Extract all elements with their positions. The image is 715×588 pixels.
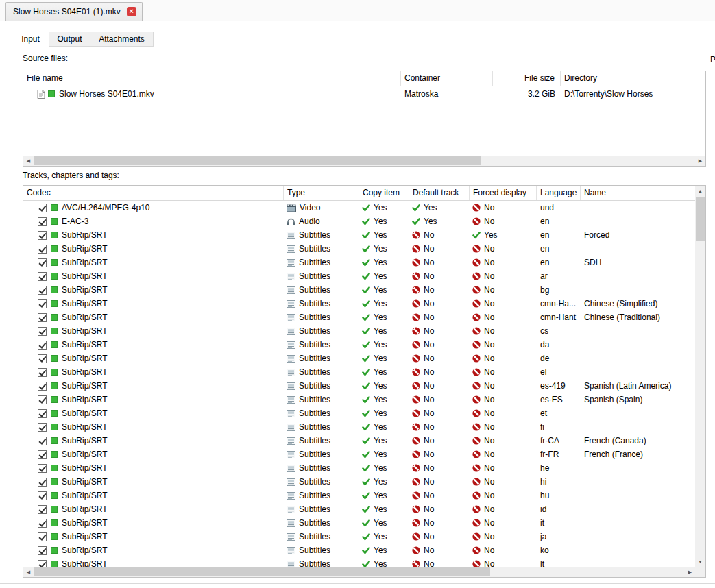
- track-row[interactable]: AVC/H.264/MPEG-4p10VideoYesYesNound: [23, 201, 695, 215]
- column-header-directory[interactable]: Directory: [561, 71, 705, 86]
- track-row[interactable]: SubRip/SRTSubtitlesYesNoNofi: [23, 420, 695, 434]
- track-checkbox[interactable]: [38, 437, 47, 445]
- track-checkbox[interactable]: [38, 464, 47, 473]
- track-row[interactable]: SubRip/SRTSubtitlesYesNoNoes-ESSpanish (…: [23, 393, 695, 406]
- track-checkbox[interactable]: [38, 519, 47, 528]
- tracks-hscroll-thumb[interactable]: [34, 567, 490, 576]
- track-checkbox[interactable]: [38, 204, 47, 212]
- track-checkbox[interactable]: [38, 245, 47, 254]
- track-checkbox[interactable]: [38, 286, 47, 295]
- track-row[interactable]: SubRip/SRTSubtitlesYesNoNoes-419Spanish …: [23, 379, 695, 393]
- track-row[interactable]: E-AC-3AudioYesYesNoen: [23, 215, 695, 228]
- track-row[interactable]: SubRip/SRTSubtitlesYesNoNocmn-Ha...Chine…: [23, 297, 695, 310]
- track-checkbox[interactable]: [38, 409, 47, 418]
- track-default-cell: No: [409, 461, 470, 475]
- track-default-label: No: [424, 285, 434, 295]
- tab-output[interactable]: Output: [49, 32, 90, 47]
- column-header-language[interactable]: Language: [537, 186, 581, 200]
- column-header-name[interactable]: Name: [581, 186, 695, 200]
- track-language-label: el: [540, 367, 546, 377]
- track-type-label: Subtitles: [299, 477, 330, 487]
- track-checkbox[interactable]: [38, 546, 47, 555]
- track-checkbox[interactable]: [38, 395, 47, 404]
- track-row[interactable]: SubRip/SRTSubtitlesYesNoNohi: [23, 475, 695, 489]
- track-checkbox[interactable]: [38, 532, 47, 541]
- track-checkbox[interactable]: [38, 354, 47, 363]
- track-row[interactable]: SubRip/SRTSubtitlesYesNoNoko: [23, 543, 695, 557]
- scroll-down-icon[interactable]: ▼: [695, 556, 705, 567]
- column-header-copy-item[interactable]: Copy item: [359, 186, 409, 200]
- track-checkbox[interactable]: [38, 299, 47, 308]
- track-type-label: Subtitles: [299, 532, 330, 541]
- column-header-default-track[interactable]: Default track: [409, 186, 470, 200]
- track-checkbox[interactable]: [38, 313, 47, 322]
- scroll-up-icon[interactable]: ▲: [695, 186, 705, 196]
- source-hscroll-thumb[interactable]: [34, 156, 481, 165]
- tab-attachments[interactable]: Attachments: [90, 32, 154, 47]
- track-checkbox[interactable]: [38, 423, 47, 432]
- track-language-label: bg: [540, 285, 549, 295]
- track-checkbox[interactable]: [38, 231, 47, 240]
- tracks-vscroll-thumb[interactable]: [696, 197, 705, 241]
- track-checkbox[interactable]: [38, 217, 47, 226]
- scroll-right-icon[interactable]: ▶: [685, 567, 695, 577]
- track-row[interactable]: SubRip/SRTSubtitlesYesNoNobg: [23, 283, 695, 297]
- track-type-cell: Subtitles: [284, 406, 359, 420]
- splitter-handle[interactable]: [0, 583, 715, 584]
- track-row[interactable]: SubRip/SRTSubtitlesYesNoNofr-FRFrench (F…: [23, 448, 695, 461]
- track-checkbox[interactable]: [38, 491, 47, 500]
- column-header-forced-display[interactable]: Forced display: [470, 186, 537, 200]
- track-checkbox[interactable]: [38, 450, 47, 459]
- track-row[interactable]: SubRip/SRTSubtitlesYesNoNoid: [23, 502, 695, 516]
- track-row[interactable]: SubRip/SRTSubtitlesYesNoNolt: [23, 557, 695, 567]
- track-default-label: No: [424, 271, 434, 281]
- track-row[interactable]: SubRip/SRTSubtitlesYesNoNoel: [23, 365, 695, 379]
- track-row[interactable]: SubRip/SRTSubtitlesYesNoNocs: [23, 324, 695, 338]
- tracks-vertical-scrollbar[interactable]: ▲ ▼: [695, 186, 705, 567]
- track-row[interactable]: SubRip/SRTSubtitlesYesNoNohu: [23, 489, 695, 502]
- track-default-label: No: [424, 477, 434, 487]
- tracks-horizontal-scrollbar[interactable]: ◀ ▶: [23, 567, 695, 577]
- track-row[interactable]: SubRip/SRTSubtitlesYesNoNofr-CAFrench (C…: [23, 434, 695, 448]
- column-header-container[interactable]: Container: [401, 71, 493, 86]
- subtitles-icon: [287, 423, 295, 432]
- track-row[interactable]: SubRip/SRTSubtitlesYesNoNoet: [23, 406, 695, 420]
- track-type-cell: Subtitles: [284, 557, 359, 567]
- track-checkbox[interactable]: [38, 327, 47, 336]
- subtitles-icon: [287, 505, 295, 514]
- track-row[interactable]: SubRip/SRTSubtitlesYesNoNoja: [23, 530, 695, 543]
- scroll-left-icon[interactable]: ◀: [23, 156, 34, 166]
- track-default-label: No: [424, 299, 434, 308]
- track-type-cell: Subtitles: [284, 310, 359, 324]
- scroll-left-icon[interactable]: ◀: [23, 567, 34, 577]
- track-row[interactable]: SubRip/SRTSubtitlesYesNoNohe: [23, 461, 695, 475]
- track-row[interactable]: SubRip/SRTSubtitlesYesNoNoda: [23, 338, 695, 352]
- track-checkbox[interactable]: [38, 382, 47, 391]
- track-row[interactable]: SubRip/SRTSubtitlesYesNoYesenForced: [23, 228, 695, 242]
- close-tab-icon[interactable]: ×: [127, 7, 136, 16]
- track-checkbox[interactable]: [38, 478, 47, 487]
- track-checkbox[interactable]: [38, 272, 47, 281]
- track-checkbox[interactable]: [38, 560, 47, 567]
- track-row[interactable]: SubRip/SRTSubtitlesYesNoNoenSDH: [23, 256, 695, 269]
- track-row[interactable]: SubRip/SRTSubtitlesYesNoNoar: [23, 269, 695, 283]
- track-copy-label: Yes: [374, 477, 387, 487]
- column-header-type[interactable]: Type: [284, 186, 359, 200]
- source-file-row[interactable]: Slow Horses S04E01.mkv Matroska 3.2 GiB …: [23, 86, 705, 101]
- track-enabled-icon: [51, 519, 58, 526]
- column-header-file-name[interactable]: File name: [23, 71, 401, 86]
- tab-input[interactable]: Input: [12, 32, 49, 47]
- track-checkbox[interactable]: [38, 368, 47, 377]
- track-checkbox[interactable]: [38, 505, 47, 514]
- track-row[interactable]: SubRip/SRTSubtitlesYesNoNoit: [23, 516, 695, 530]
- track-checkbox[interactable]: [38, 341, 47, 350]
- track-row[interactable]: SubRip/SRTSubtitlesYesNoNocmn-HantChines…: [23, 310, 695, 324]
- source-horizontal-scrollbar[interactable]: ◀ ▶: [23, 156, 705, 166]
- track-row[interactable]: SubRip/SRTSubtitlesYesNoNoen: [23, 242, 695, 256]
- track-checkbox[interactable]: [38, 258, 47, 267]
- file-tab[interactable]: Slow Horses S04E01 (1).mkv ×: [5, 2, 143, 21]
- column-header-codec[interactable]: Codec: [23, 186, 284, 200]
- scroll-right-icon[interactable]: ▶: [695, 156, 705, 166]
- column-header-file-size[interactable]: File size: [493, 71, 561, 86]
- track-row[interactable]: SubRip/SRTSubtitlesYesNoNode: [23, 352, 695, 365]
